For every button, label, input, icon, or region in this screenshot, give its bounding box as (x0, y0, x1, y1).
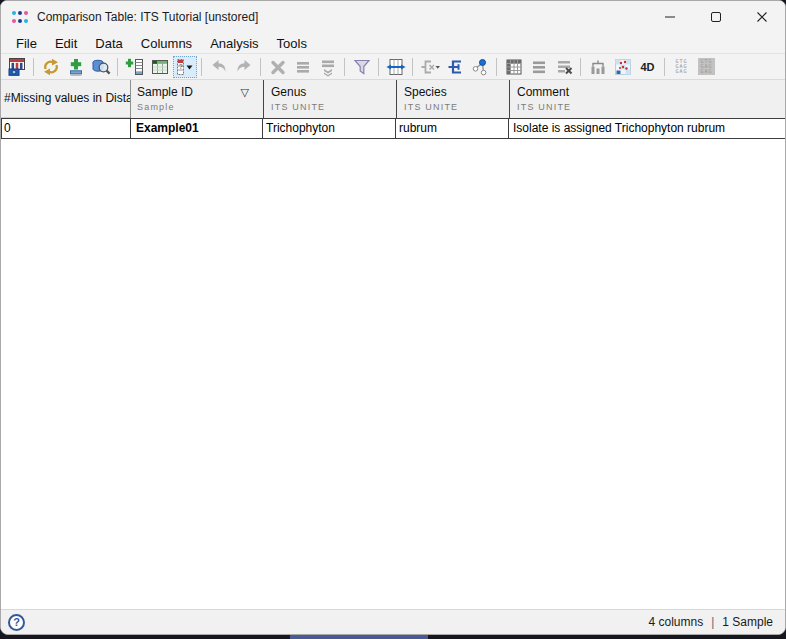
column-properties-toggle-button[interactable]: ? (173, 56, 197, 78)
four-d-icon: 4D (640, 61, 654, 73)
network-icon (470, 57, 490, 77)
table-header: #Missing values in Distan Sample ID ▽ Sa… (1, 80, 785, 119)
table-camera-icon (7, 57, 27, 77)
toolbar-separator (378, 58, 379, 76)
titlebar: Comparison Table: ITS Tutorial [unstored… (1, 1, 785, 33)
close-icon (756, 11, 768, 23)
sequence-text-icon: GTGGAGGAG (673, 58, 689, 75)
add-column-icon (125, 57, 145, 77)
menu-tools[interactable]: Tools (268, 34, 316, 53)
add-column-button[interactable] (123, 56, 147, 78)
delete-x-icon (268, 57, 288, 77)
tree-bars-icon (588, 57, 608, 77)
toolbar-separator (412, 58, 413, 76)
save-image-button[interactable] (5, 56, 29, 78)
refresh-icon (41, 57, 61, 77)
add-entries-button[interactable] (64, 56, 88, 78)
minimum-spanning-tree-button[interactable] (468, 56, 492, 78)
menu-file[interactable]: File (7, 34, 46, 53)
toolbar: ? (1, 53, 785, 80)
status-separator: | (711, 615, 714, 629)
column-header-genus[interactable]: Genus ITS UNITE (263, 80, 396, 118)
cell-sample-id[interactable]: Example01 (131, 119, 263, 139)
cell-species[interactable]: rubrum (396, 119, 509, 139)
menu-edit[interactable]: Edit (46, 34, 86, 53)
rows-expand-button[interactable] (316, 56, 340, 78)
pca-chart-button[interactable] (611, 56, 635, 78)
dendrogram-chart-button[interactable] (586, 56, 610, 78)
undo-button[interactable] (207, 56, 231, 78)
list-lines-icon (529, 57, 549, 77)
fit-columns-button[interactable] (384, 56, 408, 78)
maximize-icon (710, 11, 722, 23)
redo-button[interactable] (232, 56, 256, 78)
table-empty-area[interactable] (1, 139, 785, 609)
maximize-button[interactable] (693, 1, 739, 33)
matrix-view-button[interactable] (502, 56, 526, 78)
column-title: Genus (271, 85, 306, 99)
delete-button[interactable] (266, 56, 290, 78)
toolbar-separator (664, 58, 665, 76)
rows-expand-icon (318, 57, 338, 77)
toolbar-separator (33, 58, 34, 76)
cell-genus[interactable]: Trichophyton (263, 119, 396, 139)
close-button[interactable] (739, 1, 785, 33)
column-header-missing-values[interactable]: #Missing values in Distan (1, 80, 131, 118)
rows-condense-button[interactable] (291, 56, 315, 78)
column-subtitle: ITS UNITE (271, 102, 396, 112)
sequence-block-icon: GTGGAGGAG (698, 58, 714, 75)
add-plus-icon (66, 57, 86, 77)
window-title: Comparison Table: ITS Tutorial [unstored… (37, 10, 258, 24)
four-d-view-button[interactable]: 4D (636, 56, 660, 78)
filter-button[interactable] (350, 56, 374, 78)
dendrogram-icon (445, 57, 465, 77)
menu-analysis[interactable]: Analysis (201, 34, 267, 53)
cell-missing-values[interactable]: 0 (1, 119, 131, 139)
minimize-button[interactable] (647, 1, 693, 33)
menu-columns[interactable]: Columns (132, 34, 201, 53)
column-header-comment[interactable]: Comment ITS UNITE (509, 80, 785, 118)
list-clear-icon (554, 57, 574, 77)
redo-icon (234, 57, 254, 77)
svg-text:?: ? (179, 63, 183, 70)
list-view-button[interactable] (527, 56, 551, 78)
column-properties-toggle-icon: ? (175, 57, 195, 77)
toolbar-separator (201, 58, 202, 76)
help-button[interactable]: ? (8, 614, 25, 631)
search-entries-button[interactable] (89, 56, 113, 78)
sequence-view-button[interactable]: GTGGAGGAG (670, 56, 694, 78)
rows-icon (293, 57, 313, 77)
background-window-edge (290, 635, 428, 639)
sequence-alignment-button[interactable]: GTGGAGGAG (695, 56, 719, 78)
comparison-table-window: Comparison Table: ITS Tutorial [unstored… (0, 0, 786, 635)
menu-data[interactable]: Data (86, 34, 131, 53)
menubar: File Edit Data Columns Analysis Tools (1, 33, 785, 53)
toolbar-separator (117, 58, 118, 76)
toolbar-separator (580, 58, 581, 76)
clear-view-button[interactable] (552, 56, 576, 78)
minimize-icon (664, 11, 676, 23)
toolbar-separator (344, 58, 345, 76)
refresh-button[interactable] (39, 56, 63, 78)
funnel-icon (352, 57, 372, 77)
column-title: Sample ID (137, 85, 193, 99)
help-icon: ? (13, 616, 20, 628)
toolbar-separator (260, 58, 261, 76)
status-samples-count: 1 Sample (722, 615, 773, 629)
toolbar-separator (496, 58, 497, 76)
column-subtitle: ITS UNITE (517, 102, 785, 112)
cell-comment[interactable]: Isolate is assigned Trichophyton rubrum (509, 119, 785, 139)
sort-indicator-icon[interactable]: ▽ (241, 85, 249, 99)
column-header-species[interactable]: Species ITS UNITE (396, 80, 509, 118)
statusbar: ? 4 columns | 1 Sample (1, 609, 785, 634)
database-search-icon (91, 57, 111, 77)
undo-icon (209, 57, 229, 77)
column-header-sample-id[interactable]: Sample ID ▽ Sample (131, 80, 263, 118)
cluster-analysis-button[interactable] (443, 56, 467, 78)
column-subtitle: Sample (137, 102, 263, 112)
column-layout-button[interactable] (148, 56, 172, 78)
matrix-grid-icon (504, 57, 524, 77)
status-columns-count: 4 columns (648, 615, 703, 629)
scatter-plot-icon (613, 57, 633, 77)
clustering-disabled-button[interactable] (418, 56, 442, 78)
